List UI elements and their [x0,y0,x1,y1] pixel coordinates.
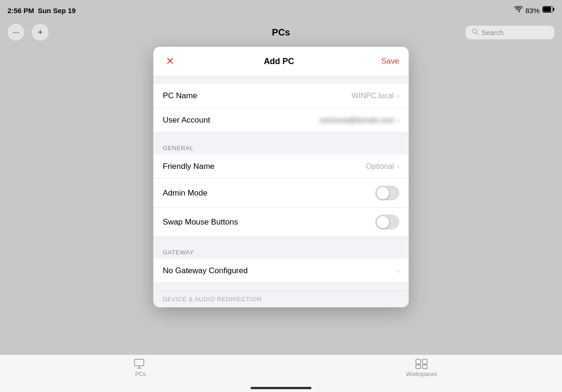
swap-mouse-knob [377,216,389,228]
svg-rect-8 [416,359,421,364]
admin-mode-knob [377,187,389,199]
admin-mode-toggle[interactable] [376,186,399,200]
admin-mode-label: Admin Mode [163,189,207,198]
tab-pcs[interactable]: PCs [117,359,164,377]
swap-mouse-row: Swap Mouse Buttons [154,208,409,237]
tab-workspaces-label: Workspaces [406,371,437,377]
friendly-name-chevron: › [397,162,399,171]
no-gateway-chevron: › [397,267,399,275]
gateway-section-header: GATEWAY [154,244,409,259]
gateway-spacer [154,237,409,244]
svg-rect-11 [422,365,427,369]
tab-bar: PCs Workspaces [0,355,562,392]
pc-name-value: WINPC.local › [351,92,399,100]
svg-rect-9 [422,359,427,364]
tab-pcs-label: PCs [135,371,146,377]
workspaces-icon [415,359,428,369]
save-button[interactable]: Save [381,57,399,66]
close-button[interactable]: ✕ [163,54,177,68]
modal-title: Add PC [264,57,294,66]
pc-name-label: PC Name [163,91,198,101]
user-account-chevron: › [397,116,399,124]
pc-icon [134,359,147,369]
modal-overlay: ✕ Add PC Save PC Name WINPC.local › User… [0,0,562,392]
home-indicator [251,387,311,389]
modal-header: ✕ Add PC Save [154,47,409,76]
add-pc-modal: ✕ Add PC Save PC Name WINPC.local › User… [154,47,409,307]
general-section-header: GENERAL [154,140,409,154]
device-spacer [154,283,409,290]
svg-rect-5 [134,359,144,366]
no-gateway-row[interactable]: No Gateway Configured › [154,259,409,283]
user-account-row[interactable]: User Account someone@domain.com › [154,108,409,132]
general-spacer [154,132,409,140]
tab-workspaces[interactable]: Workspaces [398,359,445,377]
admin-mode-row: Admin Mode [154,179,409,208]
no-gateway-value: › [397,267,399,275]
svg-rect-10 [416,365,421,369]
swap-mouse-label: Swap Mouse Buttons [163,218,238,227]
device-section-partial: DEVICE & AUDIO REDIRECTION [154,290,409,307]
top-spacer [154,76,409,84]
swap-mouse-toggle[interactable] [376,215,399,229]
no-gateway-label: No Gateway Configured [163,266,248,276]
friendly-name-label: Friendly Name [163,162,215,171]
user-account-text: someone@domain.com [320,116,394,124]
friendly-name-text: Optional [366,162,394,171]
pc-name-chevron: › [397,92,399,100]
friendly-name-value: Optional › [366,162,399,171]
pc-name-text: WINPC.local [351,92,394,100]
friendly-name-row[interactable]: Friendly Name Optional › [154,154,409,179]
pc-name-row[interactable]: PC Name WINPC.local › [154,84,409,108]
user-account-label: User Account [163,116,210,125]
user-account-value: someone@domain.com › [320,116,399,124]
